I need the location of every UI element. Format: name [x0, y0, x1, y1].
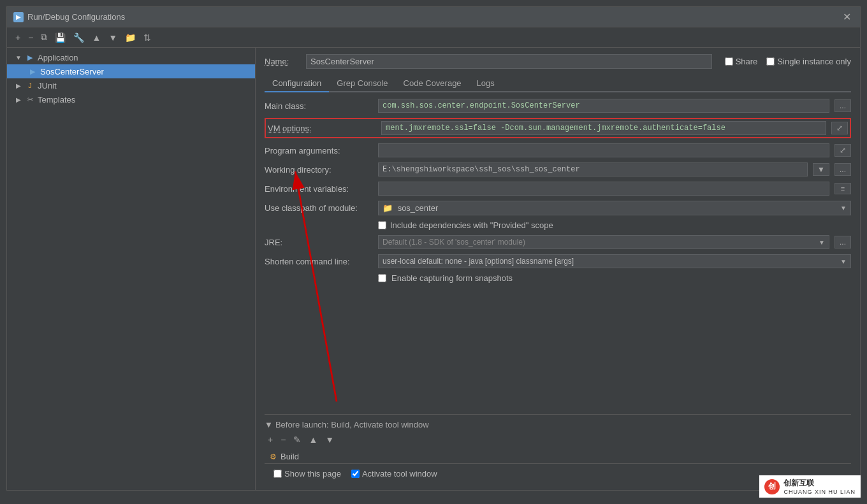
main-class-input[interactable] — [378, 99, 829, 113]
vm-options-label: VM options: — [268, 124, 376, 133]
jre-dropdown-arrow: ▼ — [819, 239, 825, 246]
share-checkbox-label[interactable]: Share — [725, 57, 758, 66]
working-dir-input[interactable] — [378, 162, 808, 176]
activate-tool-label[interactable]: Activate tool window — [351, 469, 437, 479]
snapshots-label: Enable capturing form snapshots — [391, 273, 513, 283]
working-dir-browse-btn[interactable]: ... — [834, 163, 851, 176]
before-launch-down-btn[interactable]: ▼ — [322, 433, 337, 446]
program-args-row: Program arguments: ⤢ — [265, 143, 851, 157]
folder-button[interactable]: 📁 — [122, 31, 139, 45]
junit-label: JUnit — [38, 81, 57, 90]
run-icon: ▶ — [27, 66, 38, 76]
program-args-input[interactable] — [378, 143, 829, 157]
classpath-dropdown[interactable]: 📁 sos_center ▼ — [378, 201, 851, 215]
shorten-label: Shorten command line: — [265, 257, 373, 266]
name-input[interactable] — [306, 54, 712, 69]
build-icon: ⚙ — [270, 452, 277, 461]
remove-config-button[interactable]: − — [25, 31, 36, 45]
soscenterserver-label: SosCenterServer — [40, 67, 104, 76]
sort-button[interactable]: ⇅ — [140, 31, 154, 45]
vm-options-input[interactable]: ment.jmxremote.ssl=false -Dcom.sun.manag… — [381, 121, 826, 135]
include-deps-row: Include dependencies with "Provided" sco… — [265, 220, 851, 230]
dialog-title: Run/Debug Configurations — [27, 12, 125, 22]
before-launch-remove-btn[interactable]: − — [277, 433, 289, 446]
before-launch-label: Before launch: Build, Activate tool wind… — [275, 420, 429, 429]
expand-icon-junit: ▶ — [15, 82, 22, 89]
application-label: Application — [38, 53, 78, 62]
env-vars-input[interactable] — [378, 182, 829, 196]
main-class-row: Main class: ... — [265, 99, 851, 113]
tree-item-soscenterserver[interactable]: ▶ SosCenterServer — [7, 64, 255, 78]
name-row: Name: Share Single instance only — [265, 54, 851, 69]
save-config-button[interactable]: 💾 — [52, 31, 69, 45]
watermark: 创 创新互联 CHUANG XIN HU LIAN — [759, 475, 861, 498]
jre-browse-btn[interactable]: ... — [834, 236, 851, 248]
move-up-button[interactable]: ▲ — [89, 31, 104, 45]
config-panel: Name: Share Single instance only Configu… — [256, 48, 860, 490]
jre-row: JRE: Default (1.8 - SDK of 'sos_center' … — [265, 235, 851, 249]
settings-button[interactable]: 🔧 — [70, 31, 87, 45]
working-dir-row: Working directory: ▼ ... — [265, 162, 851, 176]
title-bar-left: ▶ Run/Debug Configurations — [13, 12, 125, 22]
close-button[interactable]: ✕ — [840, 11, 854, 23]
main-class-label: Main class: — [265, 101, 373, 111]
templates-icon: ✂ — [25, 94, 35, 104]
tab-configuration[interactable]: Configuration — [265, 75, 329, 92]
title-bar: ▶ Run/Debug Configurations ✕ — [7, 7, 860, 27]
templates-label: Templates — [38, 95, 75, 104]
tab-grep-console[interactable]: Grep Console — [329, 75, 395, 92]
tab-logs[interactable]: Logs — [469, 75, 502, 92]
classpath-label: Use classpath of module: — [265, 203, 373, 213]
include-deps-label: Include dependencies with "Provided" sco… — [390, 220, 553, 230]
watermark-logo: 创 — [764, 479, 780, 494]
jre-dropdown[interactable]: Default (1.8 - SDK of 'sos_center' modul… — [378, 235, 829, 249]
snapshots-row: Enable capturing form snapshots — [265, 273, 851, 283]
shorten-value: user-local default: none - java [options… — [382, 257, 574, 266]
tree-item-junit[interactable]: ▶ J JUnit — [7, 78, 255, 92]
jre-label: JRE: — [265, 238, 373, 247]
tree-item-application[interactable]: ▼ ▶ Application — [7, 50, 255, 64]
application-icon: ▶ — [25, 52, 35, 62]
watermark-text: 创新互联 CHUANG XIN HU LIAN — [783, 478, 856, 495]
tab-code-coverage[interactable]: Code Coverage — [396, 75, 469, 92]
include-deps-checkbox[interactable] — [378, 221, 386, 229]
single-instance-checkbox-label[interactable]: Single instance only — [766, 57, 851, 66]
tree-item-templates[interactable]: ▶ ✂ Templates — [7, 92, 255, 106]
env-vars-browse-btn[interactable]: ≡ — [834, 183, 851, 194]
before-launch-edit-btn[interactable]: ✎ — [290, 433, 304, 446]
single-instance-checkbox[interactable] — [766, 57, 775, 66]
vm-options-expand-btn[interactable]: ⤢ — [831, 122, 848, 134]
working-dir-dropdown-btn[interactable]: ▼ — [813, 163, 829, 176]
expand-icon-application: ▼ — [15, 54, 22, 61]
vm-options-row: VM options: ment.jmxremote.ssl=false -Dc… — [265, 118, 851, 138]
build-item: ⚙ Build — [265, 450, 851, 463]
env-vars-row: Environment variables: ≡ — [265, 182, 851, 196]
config-tree: ▼ ▶ Application ▶ SosCenterServer ▶ J JU… — [7, 48, 256, 490]
before-launch-toolbar: + − ✎ ▲ ▼ — [265, 433, 851, 446]
move-down-button[interactable]: ▼ — [105, 31, 120, 45]
show-page-label[interactable]: Show this page — [273, 469, 341, 479]
junit-icon: J — [25, 80, 35, 90]
shorten-row: Shorten command line: user-local default… — [265, 254, 851, 268]
activate-tool-checkbox[interactable] — [351, 470, 360, 478]
before-launch-up-btn[interactable]: ▲ — [305, 433, 321, 446]
expand-before-launch[interactable]: ▼ — [265, 420, 273, 429]
add-config-button[interactable]: + — [12, 31, 24, 45]
share-checkbox[interactable] — [725, 57, 733, 66]
run-debug-dialog: ▶ Run/Debug Configurations ✕ + − ⧉ 💾 🔧 ▲… — [6, 6, 861, 491]
copy-config-button[interactable]: ⧉ — [38, 30, 50, 45]
classpath-dropdown-arrow: ▼ — [840, 205, 847, 212]
env-vars-label: Environment variables: — [265, 184, 373, 194]
snapshots-checkbox[interactable] — [378, 274, 386, 282]
main-class-browse-btn[interactable]: ... — [834, 99, 851, 112]
dialog-icon: ▶ — [13, 12, 24, 22]
shorten-dropdown-arrow: ▼ — [840, 258, 847, 265]
program-args-expand-btn[interactable]: ⤢ — [834, 144, 851, 157]
shorten-dropdown[interactable]: user-local default: none - java [options… — [378, 254, 851, 268]
main-content: ▼ ▶ Application ▶ SosCenterServer ▶ J JU… — [7, 48, 860, 490]
before-launch-add-btn[interactable]: + — [265, 433, 276, 446]
jre-value: Default (1.8 - SDK of 'sos_center' modul… — [382, 238, 525, 247]
classpath-row: Use classpath of module: 📁 sos_center ▼ — [265, 201, 851, 215]
show-page-checkbox[interactable] — [273, 470, 282, 478]
working-dir-label: Working directory: — [265, 165, 373, 175]
